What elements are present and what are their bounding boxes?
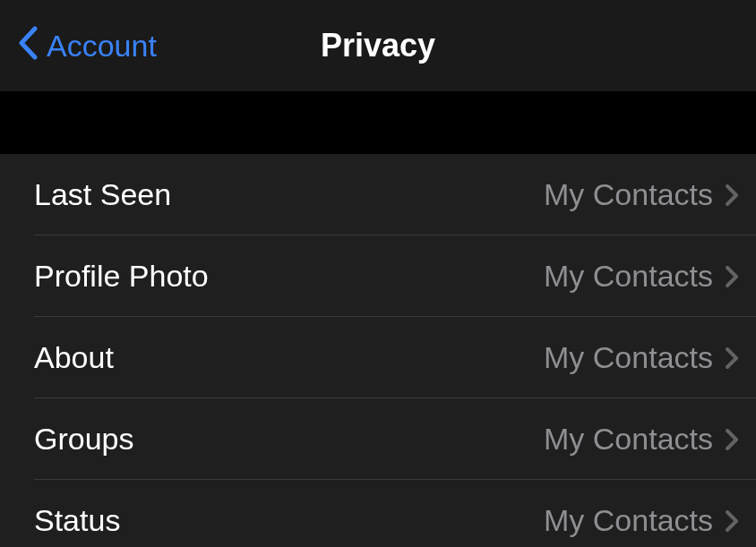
section-spacer <box>0 91 756 154</box>
setting-label: About <box>34 340 114 375</box>
chevron-right-icon <box>726 347 738 369</box>
setting-value: My Contacts <box>544 259 713 294</box>
chevron-left-icon <box>18 26 38 66</box>
setting-row-status[interactable]: Status My Contacts <box>0 480 756 547</box>
privacy-settings-list: Last Seen My Contacts Profile Photo My C… <box>0 154 756 547</box>
setting-label: Profile Photo <box>34 259 209 294</box>
page-title: Privacy <box>321 27 435 64</box>
chevron-right-icon <box>726 510 738 532</box>
setting-row-about[interactable]: About My Contacts <box>0 317 756 398</box>
setting-value: My Contacts <box>544 340 713 375</box>
chevron-right-icon <box>726 429 738 450</box>
setting-value: My Contacts <box>544 503 713 538</box>
back-label: Account <box>47 29 157 64</box>
nav-bar: Account Privacy <box>0 0 756 91</box>
setting-value-group: My Contacts <box>544 340 738 375</box>
setting-row-profile-photo[interactable]: Profile Photo My Contacts <box>0 235 756 317</box>
setting-label: Groups <box>34 422 134 457</box>
setting-row-groups[interactable]: Groups My Contacts <box>0 398 756 480</box>
setting-value-group: My Contacts <box>544 422 738 457</box>
setting-label: Status <box>34 503 120 538</box>
chevron-right-icon <box>726 184 738 206</box>
setting-value: My Contacts <box>544 422 713 457</box>
setting-label: Last Seen <box>34 177 171 212</box>
setting-value: My Contacts <box>544 177 713 212</box>
back-button[interactable]: Account <box>18 26 157 66</box>
setting-value-group: My Contacts <box>544 259 738 294</box>
setting-value-group: My Contacts <box>544 177 738 212</box>
chevron-right-icon <box>726 266 738 287</box>
setting-row-last-seen[interactable]: Last Seen My Contacts <box>0 154 756 235</box>
setting-value-group: My Contacts <box>544 503 738 538</box>
